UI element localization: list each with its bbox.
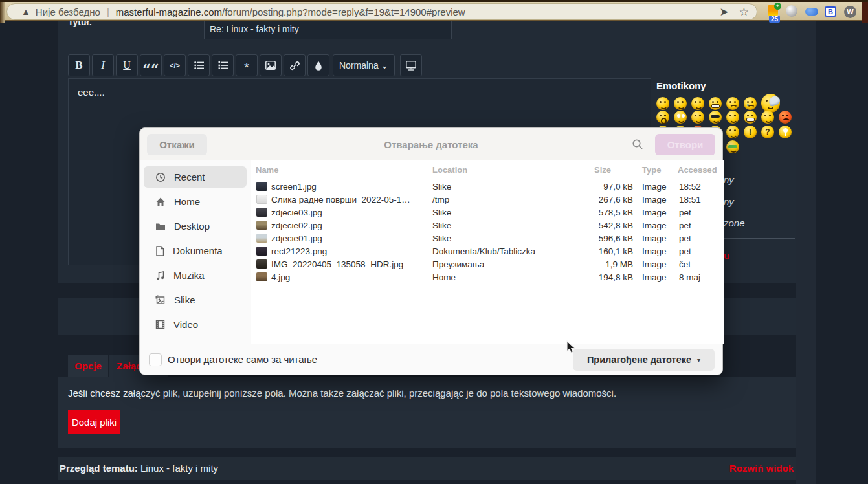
red-link-fragment[interactable]: u bbox=[724, 250, 729, 261]
link-fragment[interactable]: ny bbox=[724, 174, 734, 185]
table-row[interactable]: zdjecie01.jpg Slike 596,6 kB Image pet bbox=[251, 232, 724, 245]
extension-chat-icon[interactable] bbox=[805, 5, 819, 19]
facepalm-emoticon[interactable] bbox=[761, 94, 780, 113]
file-type: Image bbox=[642, 247, 667, 256]
file-filter-label: Прилагођене датотеке bbox=[587, 355, 691, 365]
wide-eyes-emoticon[interactable] bbox=[674, 111, 687, 124]
readonly-checkbox[interactable] bbox=[149, 353, 162, 366]
places-sidebar: Recent Home Desktop Dokumenta Muzika Sli… bbox=[140, 160, 250, 344]
column-header-size[interactable]: Size bbox=[594, 165, 611, 175]
file-filter-button[interactable]: Прилагођене датотеке ▾ bbox=[573, 349, 715, 371]
nerd-emoticon[interactable] bbox=[726, 140, 739, 153]
file-name: zdjecie01.jpg bbox=[271, 234, 322, 243]
file-accessed: pet bbox=[679, 247, 691, 256]
smirk-emoticon[interactable] bbox=[691, 97, 704, 110]
file-size: 194,8 kB bbox=[575, 272, 633, 282]
fullscreen-button[interactable] bbox=[400, 54, 422, 76]
file-location: Slike bbox=[432, 221, 451, 230]
send-icon[interactable]: ➤ bbox=[720, 5, 729, 19]
wink-emoticon[interactable] bbox=[726, 126, 739, 138]
extension-w-icon[interactable]: W bbox=[844, 6, 858, 19]
quote-icon: ““ bbox=[142, 66, 159, 72]
table-row[interactable]: rect21223.png Dokumenta/Klub/Tabliczka 1… bbox=[251, 245, 724, 258]
bookmark-star-icon[interactable]: ☆ bbox=[739, 5, 749, 19]
bold-button[interactable]: B bbox=[68, 54, 90, 76]
paragraph-style-select[interactable]: Normalna ⌄ bbox=[333, 54, 395, 76]
laughing-emoticon[interactable] bbox=[726, 111, 739, 124]
table-row[interactable]: 4.jpg Home 194,8 kB Image 8 maj bbox=[251, 271, 724, 284]
sidebar-item-home[interactable]: Home bbox=[144, 191, 247, 212]
expand-view-link[interactable]: Rozwiń widok bbox=[729, 463, 794, 474]
music-note-icon bbox=[155, 270, 165, 281]
angry-emoticon[interactable] bbox=[779, 111, 792, 124]
tongue-devil-emoticon[interactable] bbox=[709, 97, 722, 110]
file-type: Image bbox=[642, 259, 667, 269]
font-color-button[interactable] bbox=[307, 54, 329, 76]
grin-emoticon[interactable] bbox=[656, 97, 669, 110]
quote-button[interactable]: ““ bbox=[140, 54, 162, 76]
table-row[interactable]: zdjecie03.jpg Slike 578,5 kB Image pet bbox=[251, 206, 724, 219]
sidebar-item-video[interactable]: Video bbox=[144, 314, 247, 335]
list-item-button[interactable]: * bbox=[236, 54, 258, 76]
column-header-accessed[interactable]: Accessed bbox=[678, 165, 717, 175]
sidebar-item-music[interactable]: Muzika bbox=[144, 265, 247, 286]
topic-review-label: Przegląd tematu: bbox=[60, 463, 138, 474]
column-header-name[interactable]: Name bbox=[256, 165, 278, 175]
smile-emoticon[interactable] bbox=[674, 97, 687, 110]
file-size: 542,8 kB bbox=[575, 221, 633, 230]
table-row[interactable]: IMG_20220405_135058_HDR.jpg Преузимања 1… bbox=[251, 258, 724, 271]
code-button[interactable]: </> bbox=[164, 54, 186, 76]
thinking-emoticon[interactable] bbox=[691, 111, 704, 124]
emoticon-row bbox=[656, 94, 780, 113]
search-button[interactable] bbox=[632, 138, 643, 153]
topic-review-title: Przegląd tematu: Linux - fakty i mity bbox=[60, 463, 218, 474]
table-row[interactable]: zdjecie02.jpg Slike 542,8 kB Image pet bbox=[251, 219, 724, 232]
file-thumbnail-icon bbox=[256, 195, 267, 204]
shocked-emoticon[interactable] bbox=[656, 111, 669, 124]
cancel-button[interactable]: Откажи bbox=[147, 134, 207, 155]
ordered-list-button[interactable] bbox=[212, 54, 234, 76]
extension-globe-icon[interactable] bbox=[786, 5, 799, 19]
extension-b-icon[interactable]: B bbox=[825, 6, 838, 20]
sidebar-item-label: Video bbox=[173, 319, 198, 330]
sunglasses-emoticon[interactable] bbox=[709, 111, 722, 124]
tab-options[interactable]: Opcje bbox=[68, 355, 108, 377]
insert-image-button[interactable] bbox=[260, 54, 282, 76]
exclamation-emoticon[interactable]: ! bbox=[744, 126, 757, 138]
sidebar-item-documents[interactable]: Dokumenta bbox=[144, 240, 247, 261]
open-button[interactable]: Отвори bbox=[655, 134, 715, 155]
file-thumbnail-icon bbox=[256, 259, 267, 269]
column-header-type[interactable]: Type bbox=[642, 165, 661, 175]
link-fragment[interactable]: zone bbox=[724, 217, 745, 228]
sidebar-item-pictures[interactable]: Slike bbox=[144, 289, 247, 311]
link-fragment[interactable]: ny bbox=[724, 196, 734, 207]
table-row[interactable]: screen1.jpg Slike 97,0 kB Image 18:52 bbox=[251, 181, 724, 193]
crying-emoticon[interactable] bbox=[744, 97, 757, 110]
file-type: Image bbox=[642, 272, 667, 282]
chrome-right-edge bbox=[862, 2, 868, 23]
file-size: 578,5 kB bbox=[575, 208, 633, 217]
sidebar-item-desktop[interactable]: Desktop bbox=[144, 215, 247, 237]
bullet-list-button[interactable] bbox=[188, 54, 210, 76]
tongue-emoticon[interactable] bbox=[761, 111, 774, 124]
italic-button[interactable]: I bbox=[92, 54, 114, 76]
file-accessed: 8 maj bbox=[679, 272, 700, 282]
sidebar-item-recent[interactable]: Recent bbox=[144, 166, 247, 188]
sad-emoticon[interactable] bbox=[726, 97, 739, 110]
file-type: Image bbox=[642, 234, 667, 243]
idea-emoticon[interactable] bbox=[779, 126, 792, 138]
file-size: 1,9 MB bbox=[575, 259, 633, 269]
file-accessed: čet bbox=[679, 259, 691, 269]
column-header-location[interactable]: Location bbox=[432, 165, 467, 175]
grimace-emoticon[interactable] bbox=[744, 111, 757, 124]
underline-button[interactable]: U bbox=[116, 54, 138, 76]
question-emoticon[interactable]: ? bbox=[761, 126, 774, 138]
insert-link-button[interactable] bbox=[284, 54, 306, 76]
file-name: rect21223.png bbox=[271, 247, 327, 256]
table-row[interactable]: Слика радне површи_2022-05-1… /tmp 267,6… bbox=[251, 193, 724, 206]
file-name: screen1.jpg bbox=[271, 182, 317, 192]
file-type: Image bbox=[642, 182, 667, 192]
extension-shopping-icon[interactable]: + 25 bbox=[768, 5, 781, 19]
add-files-button[interactable]: Dodaj pliki bbox=[68, 410, 120, 434]
address-bar[interactable]: ▲ Није безбедно | masterful-magazine.com… bbox=[6, 3, 757, 20]
